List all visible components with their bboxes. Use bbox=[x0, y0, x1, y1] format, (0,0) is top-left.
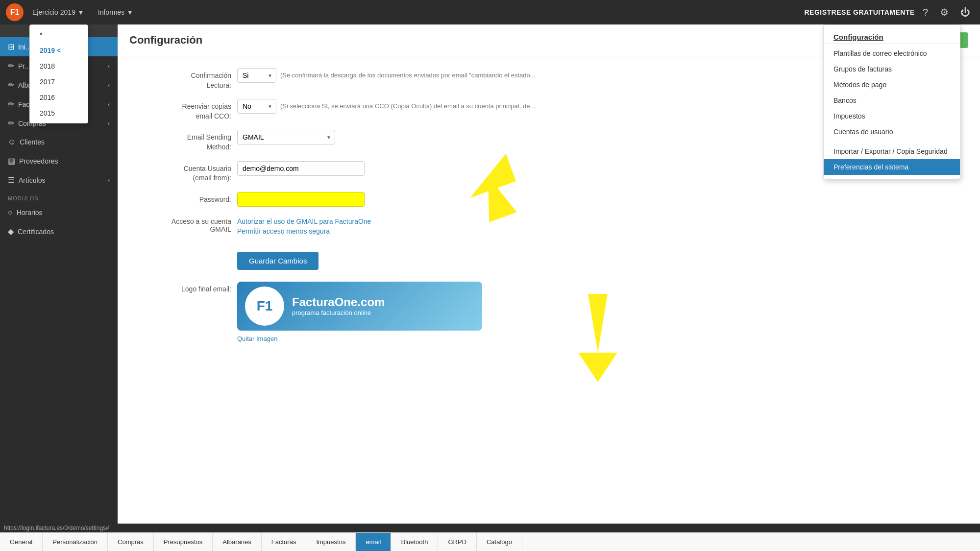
config-dropdown: Configuración Plantillas de correo elect… bbox=[823, 24, 960, 179]
navbar: F1 Ejercicio 2019 ▼ Informes ▼ REGISTRES… bbox=[0, 0, 980, 24]
informes-button[interactable]: Informes ▼ bbox=[93, 5, 138, 19]
logo-preview: F1 FacturaOne.com programa facturación o… bbox=[237, 282, 482, 331]
password-input[interactable] bbox=[237, 192, 365, 207]
gmail-select-wrapper: GMAIL SMTP bbox=[237, 130, 335, 144]
tab-bluetooth[interactable]: Bluetooth bbox=[391, 533, 438, 551]
sidebar-label-presupuestos: Pr... bbox=[18, 62, 30, 70]
logo-brand-tagline: programa facturación online bbox=[292, 309, 385, 316]
tab-catalogo[interactable]: Catalogo bbox=[477, 533, 522, 551]
year-option-2015[interactable]: 2015 bbox=[30, 105, 88, 121]
status-url: https://login.ifactura.es/0/demo/setting… bbox=[4, 525, 109, 531]
sidebar-item-proveedores[interactable]: ▦ Proveedores bbox=[0, 151, 118, 170]
facturas-icon: ✏ bbox=[8, 99, 14, 109]
logo-f1-text: F1 bbox=[257, 298, 273, 314]
certificados-icon: ◆ bbox=[8, 227, 14, 236]
config-item-metodos[interactable]: Métodos de pago bbox=[824, 77, 960, 93]
config-item-cuentas[interactable]: Cuentas de usuario bbox=[824, 124, 960, 140]
acceso-label: Acceso a su cuentaGMAIL bbox=[133, 216, 231, 233]
config-item-importar[interactable]: Importar / Exportar / Copia Seguridad bbox=[824, 144, 960, 159]
reenviar-hint: (Si selecciona SI, se enviará una CCO (C… bbox=[280, 102, 535, 111]
permitir-link[interactable]: Permitir acceso menos segura bbox=[237, 227, 371, 235]
logo-circle: F1 bbox=[245, 287, 284, 326]
year-dropdown: * 2019 < 2018 2017 2016 2015 bbox=[29, 24, 88, 123]
reenviar-control: No Si (Si selecciona SI, se enviará una … bbox=[237, 99, 535, 114]
confirmacion-control: Si No (Se confirmará la descarga de los … bbox=[237, 68, 536, 83]
help-button[interactable]: ? bbox=[919, 5, 932, 20]
email-sending-select[interactable]: GMAIL SMTP bbox=[237, 130, 335, 144]
reenviar-select-wrapper: No Si bbox=[237, 99, 276, 114]
horarios-icon: ○ bbox=[8, 208, 13, 217]
reenviar-select[interactable]: No Si bbox=[237, 99, 276, 114]
tab-facturas[interactable]: Facturas bbox=[262, 533, 307, 551]
presupuestos-chevron-icon: ‹ bbox=[108, 63, 110, 70]
cuenta-label: Cuenta Usuario(email from): bbox=[133, 161, 231, 183]
presupuestos-icon: ✏ bbox=[8, 61, 14, 71]
email-sending-control: GMAIL SMTP bbox=[237, 130, 335, 144]
tab-general[interactable]: General bbox=[0, 533, 43, 551]
albaranes-icon: ✏ bbox=[8, 80, 14, 90]
sidebar-item-horarios[interactable]: ○ Horarios bbox=[0, 203, 118, 222]
bottom-tabs: General Personalización Compras Presupue… bbox=[0, 532, 980, 551]
logo-row: Logo final email: F1 FacturaOne.com prog… bbox=[133, 282, 964, 342]
confirmacion-select-wrapper: Si No bbox=[237, 68, 276, 83]
reenviar-label: Reenviar copiasemail CCO: bbox=[133, 99, 231, 121]
tab-compras[interactable]: Compras bbox=[108, 533, 154, 551]
year-option-2018[interactable]: 2018 bbox=[30, 58, 88, 74]
password-label: Password: bbox=[133, 192, 231, 205]
articulos-chevron-icon: ‹ bbox=[108, 177, 110, 184]
articulos-icon: ☰ bbox=[8, 175, 15, 185]
cuenta-input[interactable] bbox=[237, 161, 365, 176]
year-option-2017[interactable]: 2017 bbox=[30, 74, 88, 90]
albaranes-chevron-icon: ‹ bbox=[108, 82, 110, 89]
compras-chevron-icon: ‹ bbox=[108, 120, 110, 127]
settings-button[interactable]: ⚙ bbox=[936, 4, 953, 20]
config-item-grupos[interactable]: Grupos de facturas bbox=[824, 61, 960, 77]
modulos-section-label: MODULOS bbox=[0, 190, 118, 203]
config-dropdown-title: Configuración bbox=[824, 29, 960, 44]
confirmacion-select[interactable]: Si No bbox=[237, 68, 276, 83]
config-item-bancos[interactable]: Bancos bbox=[824, 93, 960, 108]
logo-area: F1 FacturaOne.com programa facturación o… bbox=[237, 282, 482, 342]
sidebar-label-horarios: Horarios bbox=[17, 209, 43, 216]
config-item-impuestos[interactable]: Impuestos bbox=[824, 108, 960, 124]
register-label[interactable]: REGISTRESE GRATUITAMENTE bbox=[804, 8, 914, 16]
informes-chevron-icon: ▼ bbox=[126, 8, 133, 16]
clientes-icon: ☺ bbox=[8, 138, 16, 146]
compras-icon: ✏ bbox=[8, 119, 14, 128]
config-item-preferencias[interactable]: Preferencias del sistema bbox=[824, 159, 960, 175]
informes-label: Informes bbox=[98, 8, 124, 16]
sidebar-item-articulos[interactable]: ☰ Artículos ‹ bbox=[0, 170, 118, 190]
guardar-cambios-button[interactable]: Guardar Cambios bbox=[237, 252, 318, 270]
password-row: Password: bbox=[133, 192, 964, 207]
password-control bbox=[237, 192, 365, 207]
page-title: Configuración bbox=[129, 34, 202, 47]
sidebar-label-certificados: Certificados bbox=[18, 228, 54, 236]
sidebar-label-proveedores: Proveedores bbox=[19, 157, 58, 165]
sidebar-item-clientes[interactable]: ☺ Clientes bbox=[0, 133, 118, 151]
power-button[interactable]: ⏻ bbox=[956, 5, 974, 20]
ejercicio-chevron-icon: ▼ bbox=[77, 8, 84, 16]
confirmacion-label: ConfirmaciónLectura: bbox=[133, 68, 231, 90]
year-option-wildcard[interactable]: * bbox=[30, 27, 88, 43]
tab-personalizacion[interactable]: Personalización bbox=[43, 533, 108, 551]
tab-albaranes[interactable]: Albaranes bbox=[213, 533, 262, 551]
acceso-links: Autorizar el uso de GMAIL para FacturaOn… bbox=[237, 216, 371, 237]
ejercicio-label: Ejercicio 2019 bbox=[32, 8, 75, 16]
quitar-imagen-link[interactable]: Quitar Imagen bbox=[237, 335, 277, 342]
tab-impuestos[interactable]: Impuestos bbox=[306, 533, 356, 551]
ejercicio-button[interactable]: Ejercicio 2019 ▼ bbox=[27, 5, 89, 19]
tab-grpd[interactable]: GRPD bbox=[438, 533, 477, 551]
autorizar-link[interactable]: Autorizar el uso de GMAIL para FacturaOn… bbox=[237, 217, 371, 225]
sidebar-label-clientes: Clientes bbox=[20, 138, 45, 146]
proveedores-icon: ▦ bbox=[8, 156, 15, 166]
guardar-section: Guardar Cambios bbox=[237, 246, 964, 270]
year-option-2016[interactable]: 2016 bbox=[30, 90, 88, 105]
tab-email[interactable]: email bbox=[356, 533, 391, 551]
sidebar-label-articulos: Artículos bbox=[19, 176, 45, 184]
app-logo[interactable]: F1 bbox=[6, 3, 24, 21]
sidebar-item-certificados[interactable]: ◆ Certificados bbox=[0, 222, 118, 241]
year-option-2019[interactable]: 2019 < bbox=[30, 43, 88, 58]
facturas-chevron-icon: ‹ bbox=[108, 101, 110, 108]
config-item-plantillas[interactable]: Plantillas de correo electrónico bbox=[824, 46, 960, 61]
tab-presupuestos[interactable]: Presupuestos bbox=[154, 533, 213, 551]
